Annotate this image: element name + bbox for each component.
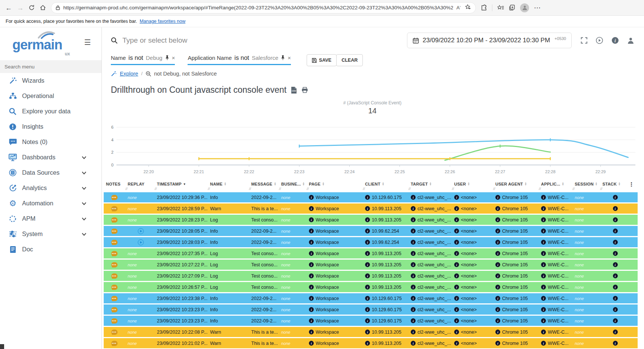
user-agent-cell[interactable]: iChrome 105 [493,285,539,290]
application-cell[interactable]: iWWE-C... [539,206,572,211]
sidebar-search-input[interactable] [0,60,101,73]
client-cell[interactable]: i10.129.60.175 [363,195,408,200]
user-agent-cell[interactable]: iChrome 105 [493,318,539,324]
stack-info-icon[interactable]: i [613,296,618,301]
application-cell[interactable]: iWWE-C... [539,229,572,234]
notes-cell[interactable]: ••• [104,217,125,223]
stack-cell[interactable]: i [600,262,629,267]
note-bubble-icon[interactable]: ••• [111,217,118,223]
notes-cell[interactable]: ••• [104,206,125,211]
profile-avatar[interactable] [520,3,529,12]
breadcrumb-explore-link[interactable]: Explore [120,71,138,77]
stack-info-icon[interactable]: i [613,217,618,222]
application-cell[interactable]: iWWE-C... [539,251,572,256]
table-row[interactable]: •••none23/09/2022 10:23:38 P...Info2022-… [104,293,638,303]
user-agent-cell[interactable]: iChrome 105 [493,273,539,279]
target-cell[interactable]: icl2-wwe_uhc_... [408,206,452,211]
sidebar-item-apm[interactable]: APM [0,211,101,226]
notes-cell[interactable]: ••• [104,307,125,312]
replay-play-icon[interactable] [138,239,144,245]
table-row[interactable]: •••23/09/2022 10:28:03 P...Info2022-09-2… [104,237,638,247]
stack-cell[interactable]: i [600,217,629,222]
note-bubble-icon[interactable]: ••• [111,206,118,211]
replay-cell[interactable] [125,228,155,234]
user-cell[interactable]: i<none> [452,341,493,346]
user-cell[interactable]: i<none> [452,240,493,245]
table-menu-icon[interactable]: ⋮ [629,180,638,191]
column-header-notes[interactable]: NOTES [104,180,125,191]
column-resize-handle[interactable]: // [307,187,309,191]
stack-cell[interactable]: i [600,240,629,245]
reload-icon[interactable] [28,4,35,11]
date-range-picker[interactable]: 23/09/2022 10:20 PM - 23/09/2022 10:30 P… [407,33,572,48]
forward-icon[interactable]: → [17,4,24,11]
sort-icon[interactable]: ▲▼ [467,182,470,186]
back-icon[interactable]: ← [5,4,12,11]
note-bubble-icon[interactable]: ••• [111,240,118,245]
remove-filter-icon[interactable]: × [172,55,175,61]
user-agent-cell[interactable]: iChrome 105 [493,307,539,312]
stack-cell[interactable]: i [600,285,629,290]
page-cell[interactable]: iWorkspace [307,240,363,245]
stack-info-icon[interactable]: i [613,262,618,267]
column-resize-handle[interactable]: // [249,187,251,191]
column-header-target[interactable]: TARGET▲▼// [408,180,452,191]
target-cell[interactable]: icl2-wwe_uhc_... [408,251,452,256]
chevron-down-icon[interactable] [82,231,86,238]
client-cell[interactable]: i10.99.113.205 [363,330,408,335]
sort-icon[interactable]: ▲▼ [618,182,621,186]
address-bar[interactable]: https://germainapm-prod.uhc.com/germaina… [51,2,476,13]
table-row[interactable]: •••none23/09/2022 10:22:08 P...WarnThis … [104,327,638,337]
user-agent-cell[interactable]: iChrome 105 [493,330,539,335]
table-row[interactable]: •••none23/09/2022 10:27:22 P...LogTest c… [104,260,638,270]
notes-cell[interactable]: ••• [104,318,125,324]
client-cell[interactable]: i10.99.113.205 [363,251,408,256]
export-csv-icon[interactable]: CSV [291,87,297,94]
column-header-session[interactable]: SESSION▲▼// [572,180,600,191]
pin-icon[interactable] [281,55,285,60]
sidebar-item-automation[interactable]: ⚙Automation [0,196,101,211]
note-bubble-icon[interactable]: ••• [111,251,118,256]
chevron-down-icon[interactable] [82,154,86,161]
page-cell[interactable]: iWorkspace [307,318,363,324]
sidebar-item-dashboards[interactable]: Dashboards [0,150,101,165]
target-cell[interactable]: icl2-wwe_uhc_... [408,285,452,290]
page-cell[interactable]: iWorkspace [307,251,363,256]
user-agent-cell[interactable]: iChrome 105 [493,229,539,234]
sidebar-item-analytics[interactable]: Analytics [0,180,101,196]
sidebar-item-operational[interactable]: Operational [0,88,101,104]
sidebar-item-wizards[interactable]: Wizards [0,73,101,88]
column-resize-handle[interactable]: // [125,187,127,191]
target-cell[interactable]: icl2-wwe_uhc_... [408,296,452,301]
client-cell[interactable]: i10.129.60.175 [363,318,408,324]
user-agent-cell[interactable]: iChrome 105 [493,251,539,256]
collections-icon[interactable] [509,4,515,11]
application-cell[interactable]: iWWE-C... [539,330,572,335]
column-resize-handle[interactable]: // [155,187,157,191]
hamburger-menu-icon[interactable]: ☰ [84,38,91,47]
column-resize-handle[interactable]: // [572,187,574,191]
note-bubble-icon[interactable]: ••• [111,273,118,279]
column-resize-handle[interactable]: // [452,187,454,191]
client-cell[interactable]: i10.129.60.175 [363,296,408,301]
page-cell[interactable]: iWorkspace [307,195,363,200]
application-cell[interactable]: iWWE-C... [539,307,572,312]
column-header-timestamp[interactable]: TIMESTAMP▼// [155,180,208,191]
table-row[interactable]: •••none23/09/2022 10:23:23 P...Info2022-… [104,304,638,315]
favorites-bar-icon[interactable] [497,5,504,11]
sidebar-item-explore-your-data[interactable]: Explore your data [0,104,101,119]
notes-cell[interactable]: ••• [104,341,125,346]
application-cell[interactable]: iWWE-C... [539,240,572,245]
stack-info-icon[interactable]: i [613,318,618,323]
home-icon[interactable] [40,4,46,11]
column-header-stack[interactable]: STACK▲▼// [600,180,629,191]
user-agent-cell[interactable]: iChrome 105 [493,206,539,211]
column-resize-handle[interactable]: // [208,187,210,191]
note-bubble-icon[interactable]: ••• [111,296,118,301]
notes-cell[interactable]: ••• [104,240,125,245]
sidebar-item-insights[interactable]: Insights [0,119,101,134]
user-cell[interactable]: i<none> [452,318,493,324]
column-resize-handle[interactable]: // [600,187,602,191]
user-agent-cell[interactable]: iChrome 105 [493,217,539,223]
chevron-down-icon[interactable] [82,215,86,222]
